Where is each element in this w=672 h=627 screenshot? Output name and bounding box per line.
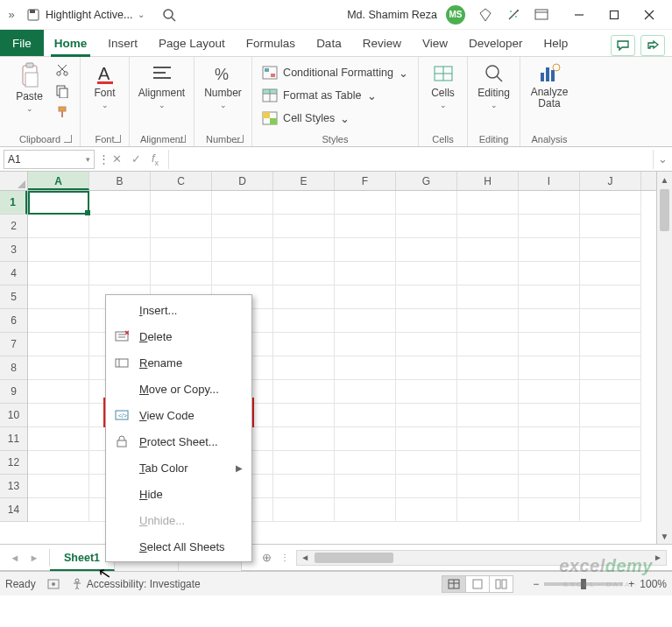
row-header[interactable]: 10 (0, 404, 27, 427)
cell[interactable] (457, 451, 519, 475)
cell[interactable] (396, 380, 457, 404)
row-header[interactable]: 1 (0, 191, 27, 215)
col-header[interactable]: E (273, 172, 335, 190)
col-header[interactable]: F (335, 172, 396, 190)
cell[interactable] (273, 262, 335, 285)
cell[interactable] (519, 380, 580, 404)
cell[interactable] (396, 475, 457, 498)
tab-data[interactable]: Data (306, 30, 352, 56)
name-box[interactable]: A1▾ (4, 150, 95, 169)
cell[interactable] (273, 333, 335, 356)
zoom-slider[interactable] (544, 582, 623, 586)
cell[interactable] (28, 380, 89, 404)
row-header[interactable]: 5 (0, 285, 27, 309)
row-header[interactable]: 11 (0, 427, 27, 451)
cell[interactable] (396, 333, 457, 356)
ctx-hide[interactable]: Hide (106, 481, 251, 507)
expand-formula-bar[interactable]: ⌄ (653, 150, 672, 169)
row-header[interactable]: 14 (0, 498, 27, 522)
new-sheet-button[interactable]: ⊕ (254, 551, 279, 564)
cell[interactable] (28, 191, 89, 215)
font-button[interactable]: AFont⌄ (85, 60, 125, 111)
editing-button[interactable]: Editing⌄ (474, 60, 514, 111)
cell[interactable] (335, 475, 396, 498)
quick-access-more-icon[interactable]: » (5, 8, 18, 21)
cell[interactable] (457, 262, 519, 285)
cell[interactable] (457, 475, 519, 498)
cell[interactable] (89, 238, 151, 262)
cell[interactable] (457, 191, 519, 215)
cells-button[interactable]: Cells⌄ (423, 60, 463, 111)
cancel-formula-button[interactable]: ✕ (107, 152, 126, 166)
row-header[interactable]: 7 (0, 333, 27, 356)
cell[interactable] (396, 238, 457, 262)
col-header[interactable]: H (457, 172, 519, 190)
ctx-delete[interactable]: Delete (106, 323, 251, 349)
cell[interactable] (519, 238, 580, 262)
horizontal-scrollbar[interactable]: ◄ ► (296, 550, 667, 566)
sheet-nav-prev[interactable]: ◄ (11, 553, 20, 563)
conditional-formatting-button[interactable]: Conditional Formatting ⌄ (258, 62, 412, 83)
cell[interactable] (519, 191, 580, 215)
cell[interactable] (212, 191, 273, 215)
tab-insert[interactable]: Insert (97, 30, 148, 56)
row-header[interactable]: 8 (0, 356, 27, 380)
comments-button[interactable] (611, 35, 635, 56)
row-header[interactable]: 12 (0, 451, 27, 475)
cell[interactable] (457, 498, 519, 522)
cell[interactable] (519, 215, 580, 238)
tab-formulas[interactable]: Formulas (236, 30, 306, 56)
format-painter-button[interactable] (53, 104, 71, 120)
format-as-table-button[interactable]: Format as Table ⌄ (258, 85, 412, 106)
row-header[interactable]: 4 (0, 262, 27, 285)
cell[interactable] (273, 404, 335, 427)
ctx-select-all-sheets[interactable]: Select All Sheets (106, 533, 251, 560)
row-header[interactable]: 3 (0, 238, 27, 262)
cell[interactable] (396, 191, 457, 215)
zoom-out-button[interactable]: − (533, 578, 539, 590)
copy-button[interactable] (53, 83, 71, 99)
cell[interactable] (89, 262, 151, 285)
cell[interactable] (580, 380, 641, 404)
cell[interactable] (519, 262, 580, 285)
row-header[interactable]: 13 (0, 475, 27, 498)
hscroll-thumb[interactable] (315, 553, 393, 563)
tab-home[interactable]: Home (44, 30, 98, 56)
paste-button[interactable]: Paste ⌄ (10, 60, 50, 115)
sheet-nav-next[interactable]: ► (30, 553, 39, 563)
cell[interactable] (212, 262, 273, 285)
cell[interactable] (396, 498, 457, 522)
cell[interactable] (580, 475, 641, 498)
cell[interactable] (457, 215, 519, 238)
normal-view-button[interactable] (442, 575, 466, 593)
cell[interactable] (335, 262, 396, 285)
enter-formula-button[interactable]: ✓ (126, 152, 145, 166)
search-button[interactable] (162, 8, 176, 22)
user-account[interactable]: Md. Shamim Reza MS (347, 5, 465, 25)
close-button[interactable] (632, 3, 667, 27)
page-break-view-button[interactable] (489, 575, 513, 593)
cell[interactable] (28, 238, 89, 262)
cell[interactable] (335, 380, 396, 404)
cell[interactable] (580, 238, 641, 262)
cell[interactable] (580, 451, 641, 475)
cell[interactable] (273, 356, 335, 380)
minimize-button[interactable] (562, 3, 597, 27)
tab-help[interactable]: Help (534, 30, 579, 56)
analyze-data-button[interactable]: Analyze Data (527, 60, 572, 111)
cut-button[interactable] (53, 62, 71, 78)
cell[interactable] (212, 238, 273, 262)
cell[interactable] (457, 427, 519, 451)
cell[interactable] (28, 451, 89, 475)
cell[interactable] (28, 262, 89, 285)
scroll-thumb[interactable] (660, 189, 669, 231)
tab-review[interactable]: Review (352, 30, 412, 56)
cell[interactable] (457, 285, 519, 309)
number-button[interactable]: %Number⌄ (201, 60, 245, 111)
maximize-button[interactable] (597, 3, 632, 27)
cell[interactable] (151, 262, 212, 285)
cell[interactable] (273, 285, 335, 309)
ctx-insert[interactable]: Insert... (106, 297, 251, 323)
cell[interactable] (396, 285, 457, 309)
cell[interactable] (335, 356, 396, 380)
